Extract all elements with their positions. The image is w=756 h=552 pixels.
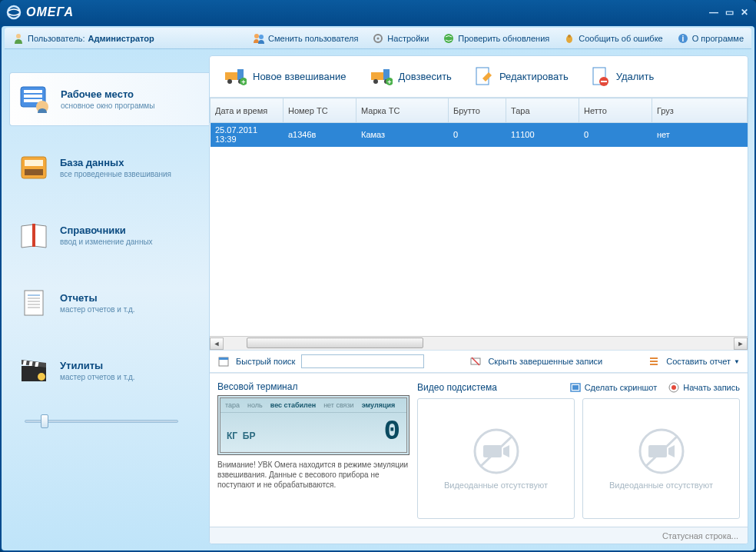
svg-point-57 <box>671 385 676 390</box>
sidebar-item-label: Рабочее место <box>61 88 201 100</box>
horizontal-scrollbar[interactable]: ◄ ► <box>210 336 748 350</box>
workspace-icon <box>18 84 51 115</box>
title-bar: ОМЕГА — ▭ ✕ <box>0 0 756 25</box>
no-video-text: Видеоданные отсутствуют <box>444 481 548 490</box>
about-link[interactable]: iО программе <box>677 32 744 45</box>
col-datetime[interactable]: Дата и время <box>211 98 284 123</box>
quick-search-input[interactable] <box>301 354 424 368</box>
sidebar-item-workspace[interactable]: Рабочее местоосновное окно программы <box>9 72 209 126</box>
col-net[interactable]: Нетто <box>579 98 652 123</box>
svg-point-33 <box>227 79 232 84</box>
col-gross[interactable]: Брутто <box>449 98 506 123</box>
app-logo: ОМЕГА <box>6 5 74 20</box>
svg-point-30 <box>38 373 45 381</box>
user-name: Администратор <box>88 34 154 43</box>
no-video-icon <box>635 428 688 474</box>
weight-value: 0 <box>383 416 400 447</box>
no-video-icon <box>469 428 523 474</box>
report-error-link[interactable]: Сообщить об ошибке <box>563 32 662 45</box>
check-updates-link[interactable]: Проверить обновления <box>443 32 549 45</box>
maximize-button[interactable]: ▭ <box>724 7 734 18</box>
edit-button[interactable]: Редактировать <box>475 66 569 88</box>
indicator-nolink: нет связи <box>323 401 354 409</box>
globe-icon <box>443 32 455 45</box>
col-cargo[interactable]: Груз <box>652 98 748 123</box>
indicator-emulation: эмуляция <box>362 401 396 409</box>
sidebar-item-label: Утилиты <box>60 360 201 371</box>
clapperboard-icon <box>17 355 51 386</box>
gear-icon <box>372 32 384 45</box>
scroll-thumb[interactable] <box>247 338 423 348</box>
indicator-tare: тара <box>225 401 240 409</box>
col-vehicle-brand[interactable]: Марка ТС <box>356 98 449 123</box>
add-weight-button[interactable]: +Довзвесить <box>370 68 452 86</box>
scroll-right-button[interactable]: ► <box>734 338 748 350</box>
svg-point-2 <box>254 34 259 38</box>
svg-point-1 <box>16 34 21 38</box>
sidebar-item-label: Справочники <box>60 224 201 236</box>
svg-point-39 <box>373 79 378 84</box>
status-bar: Статусная строка... <box>210 527 748 544</box>
delete-button[interactable]: Удалить <box>592 66 655 88</box>
search-bar: Быстрый поиск Скрыть завершенные записи … <box>210 350 748 373</box>
svg-point-8 <box>568 35 571 38</box>
record-link[interactable]: Начать запись <box>668 381 740 394</box>
terminal-warning: Внимание! УВК Омега находится в режиме э… <box>217 460 410 490</box>
dropdown-arrow-icon: ▼ <box>734 358 740 365</box>
sidebar-item-database[interactable]: База данныхвсе проведенные взвешивания <box>9 141 209 194</box>
sidebar-item-utilities[interactable]: Утилитымастер отчетов и т.д. <box>9 344 209 397</box>
indicator-zero: ноль <box>247 401 263 409</box>
zoom-slider[interactable] <box>25 420 178 423</box>
calendar-icon <box>217 355 230 367</box>
svg-rect-55 <box>572 385 579 390</box>
new-weighing-button[interactable]: +Новое взвешивание <box>224 68 346 86</box>
bug-icon <box>563 32 575 45</box>
user-info: Пользователь: Администратор <box>12 32 154 45</box>
col-tare[interactable]: Тара <box>506 98 579 123</box>
indicator-stable: вес стабилен <box>270 401 316 409</box>
sidebar-item-directories[interactable]: Справочникиввод и изменение данных <box>9 209 209 261</box>
col-vehicle-no[interactable]: Номер ТС <box>284 98 356 123</box>
close-button[interactable]: ✕ <box>739 7 750 18</box>
table-row[interactable]: 25.07.2011 13:39 а1346в Камаз 0 11100 0 … <box>211 123 748 147</box>
switch-user-icon <box>253 32 265 45</box>
sidebar-item-label: База данных <box>60 157 201 168</box>
info-icon: i <box>677 32 689 45</box>
screenshot-link[interactable]: Сделать скриншот <box>569 381 658 394</box>
app-name: ОМЕГА <box>26 5 74 19</box>
svg-rect-12 <box>24 90 42 93</box>
svg-rect-19 <box>32 224 35 247</box>
terminal-title: Весовой терминал <box>217 381 410 392</box>
make-report-link[interactable]: Составить отчет ▼ <box>666 357 740 366</box>
hide-completed-link[interactable]: Скрыть завершенные записи <box>488 357 602 366</box>
weight-terminal: тара ноль вес стабилен нет связи эмуляци… <box>217 395 410 455</box>
data-table: Дата и время Номер ТС Марка ТС Брутто Та… <box>210 98 748 147</box>
svg-text:+: + <box>387 78 391 86</box>
sidebar-item-reports[interactable]: Отчетымастер отчетов и т.д. <box>9 277 209 329</box>
svg-rect-13 <box>24 95 42 98</box>
switch-user-link[interactable]: Сменить пользователя <box>253 32 358 45</box>
sidebar: Рабочее местоосновное окно программы Баз… <box>2 49 209 550</box>
slider-thumb[interactable] <box>41 414 48 428</box>
truck-plus-icon: + <box>370 68 393 86</box>
user-icon <box>12 32 25 45</box>
svg-text:i: i <box>681 35 684 43</box>
database-icon <box>17 152 51 183</box>
svg-rect-31 <box>225 72 237 80</box>
svg-rect-48 <box>219 357 228 360</box>
screenshot-icon <box>569 381 582 394</box>
svg-rect-46 <box>601 81 607 82</box>
sidebar-item-label: Отчеты <box>60 292 201 304</box>
app-window: ОМЕГА — ▭ ✕ Пользователь: Администратор … <box>0 0 756 552</box>
action-bar: +Новое взвешивание +Довзвесить Редактиро… <box>210 56 748 98</box>
truck-add-icon: + <box>224 68 247 86</box>
delete-icon <box>592 66 610 88</box>
svg-rect-37 <box>371 72 383 80</box>
minimize-button[interactable]: — <box>708 7 719 18</box>
svg-point-6 <box>444 34 453 43</box>
quick-search-label: Быстрый поиск <box>236 357 295 366</box>
no-video-text: Видеоданные отсутствуют <box>609 481 713 490</box>
top-bar: Пользователь: Администратор Сменить поль… <box>5 28 751 49</box>
settings-link[interactable]: Настройки <box>372 32 429 45</box>
scroll-left-button[interactable]: ◄ <box>210 338 224 350</box>
